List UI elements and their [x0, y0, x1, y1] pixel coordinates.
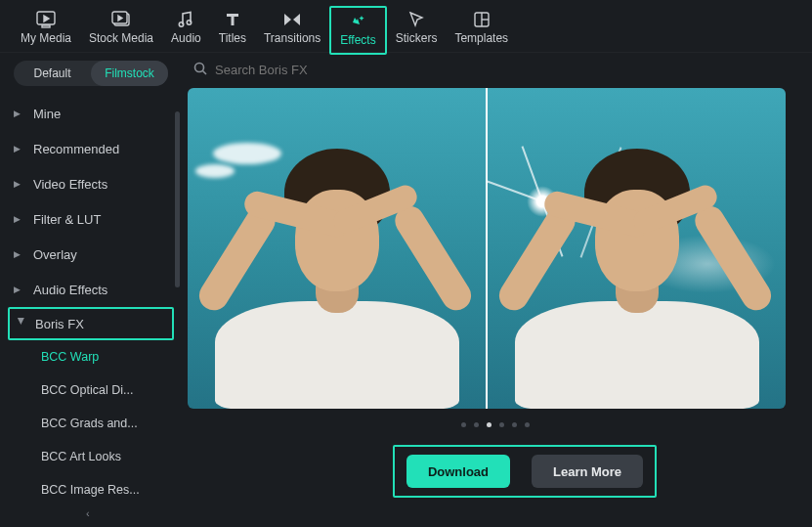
sidebar: Default Filmstock ▶Mine ▶Recommended ▶Vi… — [0, 53, 182, 527]
carousel-dot[interactable] — [474, 422, 479, 427]
sidebar-item-label: Filter & LUT — [33, 212, 101, 227]
sidebar-item-audio-effects[interactable]: ▶Audio Effects — [0, 272, 182, 307]
cta-group: Download Learn More — [393, 445, 657, 498]
sidebar-category-list: ▶Mine ▶Recommended ▶Video Effects ▶Filte… — [0, 96, 182, 506]
sidebar-item-label: Overlay — [33, 247, 77, 262]
download-button[interactable]: Download — [406, 455, 510, 488]
templates-icon — [471, 10, 492, 29]
nav-stickers[interactable]: Stickers — [387, 6, 447, 51]
nav-label: Audio — [171, 31, 201, 45]
chevron-right-icon: ▶ — [14, 285, 25, 294]
nav-label: Transitions — [264, 31, 321, 45]
carousel-dot[interactable] — [525, 422, 530, 427]
nav-effects[interactable]: Effects — [329, 6, 386, 55]
chevron-right-icon: ▶ — [14, 214, 25, 224]
sidebar-item-filter-lut[interactable]: ▶Filter & LUT — [0, 201, 182, 237]
nav-transitions[interactable]: Transitions — [255, 6, 329, 51]
nav-label: Stock Media — [89, 31, 153, 45]
chevron-right-icon: ▶ — [14, 179, 25, 189]
svg-point-5 — [188, 21, 192, 24]
carousel-dot[interactable] — [461, 422, 466, 427]
sidebar-subitem-bcc-optical[interactable]: BCC Optical Di... — [0, 373, 166, 407]
sidebar-item-label: Video Effects — [33, 177, 107, 192]
nav-templates[interactable]: Templates — [446, 6, 517, 51]
carousel-dots[interactable] — [188, 422, 802, 427]
transitions-icon — [281, 10, 303, 29]
search-input[interactable] — [215, 63, 469, 77]
carousel-dot[interactable] — [499, 422, 504, 427]
sidebar-tabs: Default Filmstock — [14, 61, 168, 86]
sidebar-item-overlay[interactable]: ▶Overlay — [0, 237, 182, 272]
svg-rect-1 — [42, 25, 50, 27]
collapse-sidebar-icon[interactable]: ‹ — [86, 507, 102, 523]
audio-icon — [175, 10, 196, 29]
nav-stock-media[interactable]: Stock Media — [80, 6, 162, 51]
search-bar — [188, 53, 802, 86]
learn-more-button[interactable]: Learn More — [532, 455, 643, 488]
preview-before — [188, 88, 486, 409]
stickers-icon — [406, 10, 427, 29]
nav-my-media[interactable]: My Media — [12, 6, 80, 51]
chevron-right-icon: ▶ — [14, 249, 25, 259]
sidebar-item-recommended[interactable]: ▶Recommended — [0, 131, 182, 166]
stock-media-icon — [110, 10, 132, 29]
sidebar-subitem-bcc-grads[interactable]: BCC Grads and... — [0, 407, 166, 440]
nav-titles[interactable]: Titles — [210, 6, 255, 51]
preview-comparison[interactable] — [188, 88, 786, 409]
chevron-down-icon: ▶ — [17, 318, 26, 329]
sidebar-item-label: Recommended — [33, 142, 119, 156]
preview-after — [486, 88, 786, 409]
sidebar-item-label: Mine — [33, 107, 61, 121]
sidebar-item-video-effects[interactable]: ▶Video Effects — [0, 166, 182, 201]
tab-default[interactable]: Default — [14, 61, 91, 86]
chevron-right-icon: ▶ — [14, 109, 25, 118]
nav-audio[interactable]: Audio — [162, 6, 210, 51]
sidebar-item-boris-fx[interactable]: ▶Boris FX — [8, 307, 174, 340]
nav-label: Templates — [454, 31, 508, 45]
content-area: Download Learn More — [182, 53, 812, 527]
effects-icon — [347, 12, 368, 31]
svg-point-9 — [195, 63, 204, 71]
carousel-dot[interactable] — [512, 422, 517, 427]
nav-label: Stickers — [396, 31, 438, 45]
sidebar-subitem-bcc-art-looks[interactable]: BCC Art Looks — [0, 440, 166, 473]
nav-label: Effects — [340, 33, 375, 47]
svg-line-10 — [203, 70, 207, 74]
sidebar-item-mine[interactable]: ▶Mine — [0, 96, 182, 131]
sidebar-item-label: Boris FX — [35, 317, 84, 331]
nav-label: My Media — [21, 31, 71, 45]
top-nav: My Media Stock Media Audio Titles Transi… — [0, 0, 812, 53]
sidebar-subitem-bcc-warp[interactable]: BCC Warp — [0, 340, 166, 373]
sidebar-subitem-bcc-image-res[interactable]: BCC Image Res... — [0, 473, 166, 506]
svg-point-4 — [180, 22, 184, 26]
carousel-dot[interactable] — [487, 422, 491, 427]
search-icon — [193, 62, 207, 78]
titles-icon — [222, 10, 243, 29]
my-media-icon — [35, 10, 57, 29]
sidebar-scrollbar[interactable] — [175, 111, 180, 405]
sidebar-item-label: Audio Effects — [33, 283, 107, 297]
nav-label: Titles — [219, 31, 246, 45]
chevron-right-icon: ▶ — [14, 144, 25, 154]
tab-filmstock[interactable]: Filmstock — [91, 61, 168, 86]
